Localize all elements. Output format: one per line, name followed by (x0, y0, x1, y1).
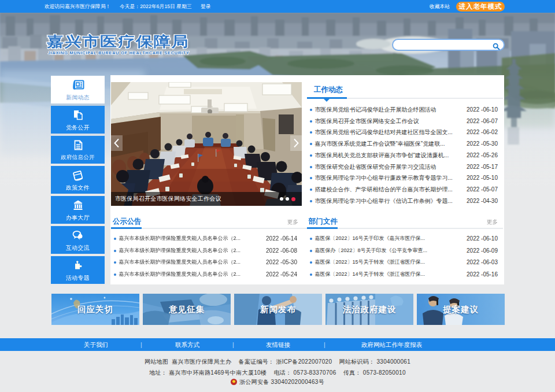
svg-text:嘉兴市医疗保障局: 嘉兴市医疗保障局 (47, 34, 189, 49)
svg-text:JIAXING MUNICIPAL BUREAU OF HE: JIAXING MUNICIPAL BUREAU OF HEALTHCARE S… (48, 50, 190, 56)
